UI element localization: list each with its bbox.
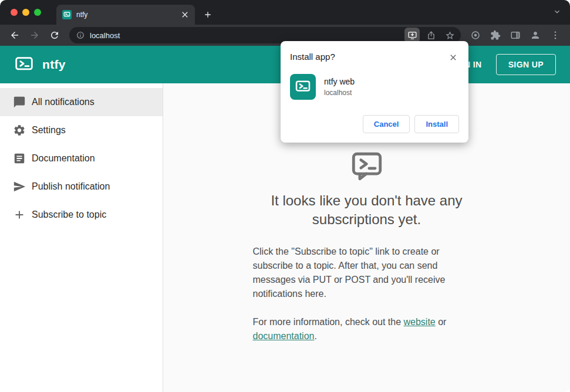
more-info-middle: or (436, 317, 447, 327)
gear-icon (13, 124, 26, 137)
documentation-link[interactable]: documentation (253, 331, 315, 341)
extension-icon[interactable] (467, 26, 484, 44)
sidebar-item-subscribe-to-topic[interactable]: Subscribe to topic (0, 201, 163, 229)
more-info-suffix: . (314, 331, 316, 341)
sidebar: All notifications Settings Documentation… (0, 83, 163, 392)
document-icon (13, 152, 26, 165)
browser-window: ntfy localhost (0, 0, 570, 392)
tab-strip: ntfy (0, 0, 570, 25)
install-button[interactable]: Install (414, 115, 459, 133)
sidebar-item-label: Documentation (32, 153, 95, 164)
empty-state-heading: It looks like you don't have any subscri… (252, 191, 482, 229)
maximize-window-button[interactable] (34, 9, 41, 16)
reload-icon[interactable] (46, 26, 63, 44)
sidebar-item-publish-notification[interactable]: Publish notification (0, 173, 163, 201)
install-dialog-title: Install app? (290, 52, 447, 62)
tab-close-icon[interactable] (180, 9, 190, 20)
install-app-origin: localhost (324, 89, 355, 97)
chat-bubble-icon (13, 96, 26, 109)
browser-menu-icon[interactable] (547, 26, 564, 44)
minimize-window-button[interactable] (22, 9, 29, 16)
ntfy-app-icon (290, 74, 316, 100)
site-info-icon[interactable] (76, 31, 85, 39)
sidebar-item-label: Subscribe to topic (32, 209, 106, 220)
empty-state-body: Click the "Subscribe to topic" link to c… (253, 245, 460, 301)
plus-icon (13, 208, 26, 221)
more-info-prefix: For more information, check out the (253, 317, 404, 327)
back-icon[interactable] (6, 26, 23, 44)
ntfy-empty-state-icon (348, 149, 386, 183)
ntfy-favicon-icon (62, 10, 72, 19)
send-icon (13, 180, 26, 193)
ntfy-logo-icon (14, 55, 34, 75)
tab-search-chevron-icon[interactable] (552, 7, 562, 16)
profile-avatar-icon[interactable] (527, 26, 544, 44)
dialog-close-icon[interactable] (447, 52, 459, 63)
sidebar-item-label: Publish notification (32, 181, 110, 192)
brand-name: ntfy (42, 58, 66, 72)
website-link[interactable]: website (404, 317, 436, 327)
side-panel-icon[interactable] (507, 26, 524, 44)
browser-tab-ntfy[interactable]: ntfy (56, 5, 195, 25)
empty-state-more: For more information, check out the webs… (253, 315, 460, 343)
sidebar-item-settings[interactable]: Settings (0, 116, 163, 144)
traffic-lights (11, 9, 41, 16)
sign-up-button[interactable]: SIGN UP (496, 54, 556, 75)
sidebar-item-label: Settings (32, 125, 66, 136)
sidebar-item-label: All notifications (32, 97, 95, 107)
forward-icon[interactable] (26, 26, 43, 44)
close-window-button[interactable] (11, 9, 18, 16)
install-app-dialog: Install app? ntfy web localhost Cancel I… (281, 41, 468, 143)
new-tab-button[interactable] (200, 6, 216, 23)
url-text: localhost (90, 31, 401, 40)
sidebar-item-all-notifications[interactable]: All notifications (0, 88, 163, 116)
cancel-button[interactable]: Cancel (363, 115, 410, 133)
tab-title: ntfy (76, 11, 180, 19)
extensions-puzzle-icon[interactable] (487, 26, 504, 44)
install-app-name: ntfy web (324, 77, 355, 86)
sidebar-item-documentation[interactable]: Documentation (0, 144, 163, 173)
